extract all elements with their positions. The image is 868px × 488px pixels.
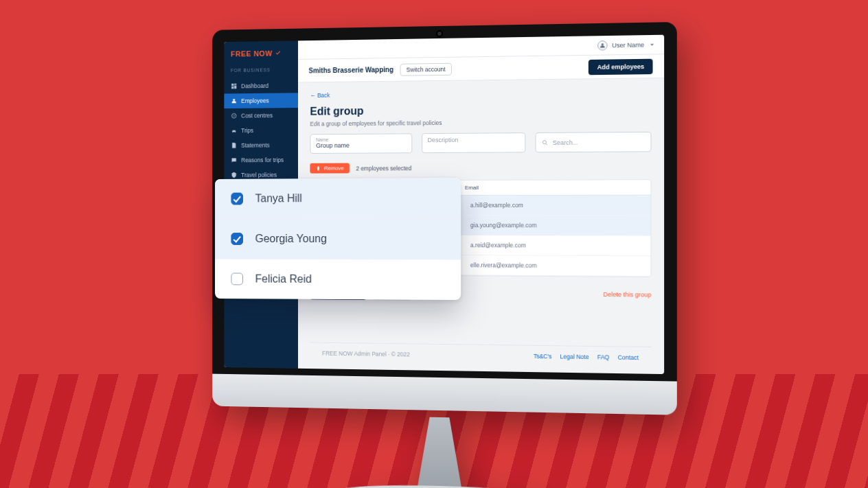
sidebar-item-label: Employees <box>241 97 269 104</box>
sidebar-item-label: Cost centres <box>241 112 273 119</box>
footer: FREE NOW Admin Panel · © 2022 Ts&C'sLega… <box>310 342 651 367</box>
sidebar-item-label: Dashboard <box>241 82 269 89</box>
group-name-field[interactable]: Name Group name <box>310 133 411 154</box>
page-title: Edit group <box>310 102 651 118</box>
row-email: a.reid@example.com <box>470 242 643 249</box>
popover-row[interactable]: Tanya Hill <box>215 178 461 218</box>
delete-group-link[interactable]: Delete this group <box>603 291 651 299</box>
selected-count: 2 employees selected <box>356 165 411 172</box>
sidebar-item-trips[interactable]: Trips <box>224 123 298 138</box>
footer-link[interactable]: FAQ <box>597 353 609 360</box>
footer-link[interactable]: Contact <box>618 354 639 362</box>
brand-logo: FREE NOW <box>224 40 298 66</box>
brand-check-icon <box>275 50 282 57</box>
reasons-icon <box>231 156 238 163</box>
trash-icon <box>315 165 321 172</box>
sidebar-item-label: Trips <box>241 127 253 134</box>
trips-icon <box>231 127 238 134</box>
search-field[interactable]: Search... <box>536 132 652 152</box>
sidebar-item-dashboard[interactable]: Dashboard <box>224 78 298 94</box>
back-link[interactable]: ← Back <box>310 89 651 99</box>
row-email: elle.rivera@example.com <box>470 262 643 269</box>
svg-point-1 <box>233 115 235 117</box>
user-name-label: User Name <box>612 41 644 49</box>
popover-checkbox[interactable] <box>231 272 243 285</box>
svg-point-3 <box>542 140 546 143</box>
camera-dot <box>437 32 442 36</box>
page-subtitle: Edit a group of employees for specific t… <box>310 117 651 127</box>
chevron-down-icon <box>648 41 655 48</box>
popover-name: Tanya Hill <box>255 192 302 205</box>
sidebar-item-cost-centres[interactable]: Cost centres <box>224 108 298 124</box>
cost-centres-icon <box>231 113 238 119</box>
row-email: a.hill@example.com <box>470 202 643 209</box>
sidebar-item-employees[interactable]: Employees <box>224 93 298 108</box>
popover-checkbox[interactable] <box>231 193 243 205</box>
popover-checkbox[interactable] <box>231 233 243 245</box>
footer-link[interactable]: Legal Note <box>560 353 589 360</box>
dashboard-icon <box>231 83 238 90</box>
sidebar-item-statements[interactable]: Statements <box>224 137 298 152</box>
popover-row[interactable]: Georgia Young <box>215 218 461 259</box>
sidebar-item-label: Reasons for trips <box>241 156 284 163</box>
statements-icon <box>231 142 238 149</box>
remove-chip-label: Remove <box>324 165 344 172</box>
account-name: Smiths Brasserie Wapping <box>308 66 393 75</box>
brand-name: FREE NOW <box>231 49 273 58</box>
back-link-label: Back <box>317 92 330 99</box>
footer-copy: FREE NOW Admin Panel · © 2022 <box>322 350 410 358</box>
add-employees-button[interactable]: Add employees <box>589 58 652 75</box>
search-placeholder: Search... <box>553 139 578 146</box>
description-field[interactable]: Description <box>422 132 526 153</box>
search-icon <box>542 139 549 146</box>
avatar-icon <box>598 40 608 50</box>
field-value: Group name <box>316 141 406 149</box>
selection-popover: Tanya HillGeorgia YoungFelicia Reid <box>215 178 461 300</box>
row-email: gia.young@example.com <box>470 222 643 229</box>
sidebar-item-label: Travel policies <box>241 172 277 178</box>
footer-links: Ts&C'sLegal NoteFAQContact <box>534 353 639 361</box>
remove-selected-button[interactable]: Remove <box>310 163 349 174</box>
footer-link[interactable]: Ts&C's <box>534 353 552 360</box>
user-menu[interactable]: User Name <box>598 40 656 51</box>
sidebar-item-label: Statements <box>241 142 269 149</box>
popover-name: Georgia Young <box>255 233 327 245</box>
field-placeholder: Description <box>428 136 520 143</box>
brand-tagline: FOR BUSINESS <box>231 67 271 73</box>
travel-policies-icon <box>231 172 238 178</box>
popover-name: Felicia Reid <box>255 273 312 286</box>
popover-row[interactable]: Felicia Reid <box>215 259 461 300</box>
switch-account-button[interactable]: Switch account <box>400 62 452 75</box>
sidebar-item-reasons[interactable]: Reasons for trips <box>224 152 298 167</box>
employees-icon <box>231 97 238 104</box>
col-email: Email <box>465 184 643 191</box>
